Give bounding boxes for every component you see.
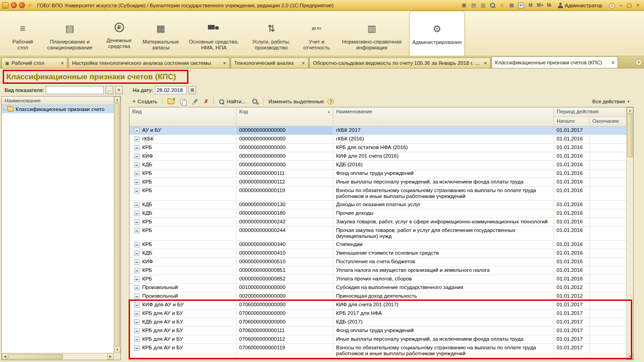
cell-end[interactable]	[590, 318, 626, 326]
favorites-icon[interactable]: ★	[27, 2, 33, 8]
cell-start[interactable]: 01.01.2016	[554, 161, 590, 169]
print-icon[interactable]: ▤	[469, 1, 478, 9]
Закупка товаров, работ, услуг в сфере информационно-коммуникационных технологий[interactable]: КРБ 0000000000000242 Закупка товаров, ра…	[130, 218, 626, 227]
cell-kod[interactable]: 0706000000000112	[236, 335, 333, 343]
ribbon-section-fixed-assets[interactable]: Основные средства, НМА, НПА	[184, 11, 244, 56]
cell-start[interactable]: 01.01.2016	[554, 178, 590, 186]
scroll-thumb[interactable]	[627, 114, 633, 157]
kind-clear-button[interactable]: ×	[115, 86, 123, 94]
cell-start[interactable]: 01.01.2016	[554, 201, 590, 209]
tab-close-icon[interactable]: ×	[484, 60, 487, 66]
cell-vid[interactable]: КРБ	[130, 218, 236, 226]
ribbon-section-planning[interactable]: ▤ Планирование и санкционирование	[39, 11, 101, 56]
cell-start[interactable]: 01.01.2016	[554, 275, 590, 283]
КРБ 2017 для НФА[interactable]: КРБ для АУ и БУ 0706000000000000 КРБ 201…	[130, 309, 626, 318]
cell-kod[interactable]: 0000000000000111	[236, 169, 333, 178]
Прочая закупка товаров, работ и услуг для обеспечения государственных (муниципальных) нужд[interactable]: КРБ 0000000000000244 Прочая закупка това…	[130, 227, 626, 241]
cell-name[interactable]: Фонд оплаты труда учреждений	[333, 327, 554, 335]
cell-vid[interactable]: КИФ для АУ и БУ	[130, 301, 236, 309]
cell-kod[interactable]: 0000000000000244	[236, 227, 333, 240]
cell-kod[interactable]: 0000000000000000	[236, 144, 333, 152]
date-filter-input[interactable]	[155, 86, 187, 94]
Доходы от оказания платных услуг[interactable]: КДБ 0000000000000130 Доходы от оказания …	[130, 201, 626, 209]
scroll-right-icon[interactable]: ▶	[107, 353, 114, 360]
cell-name[interactable]: Стипендии	[333, 241, 554, 249]
cell-vid[interactable]: КРБ	[130, 178, 236, 186]
cell-name[interactable]: гКБК 2017	[333, 126, 554, 135]
cell-kod[interactable]: 0706000000000000	[236, 309, 333, 318]
ribbon-section-inventory[interactable]: ▦ Материальные запасы	[138, 11, 184, 56]
column-header-end[interactable]: Окончание	[590, 117, 626, 126]
Стипендии[interactable]: КРБ 0000000000000340 Стипендии 01.01.201…	[130, 241, 626, 249]
cell-name[interactable]: КРБ для остатков НФА (2016)	[333, 144, 554, 152]
cell-name[interactable]: КИФ для 201 счета (2016)	[333, 152, 554, 160]
гКБК 2017[interactable]: АУ и БУ 0000000000000000 гКБК 2017 01.01…	[130, 126, 626, 135]
tab-close-icon[interactable]: ×	[302, 60, 305, 66]
cell-vid[interactable]: КДБ для АУ и БУ	[130, 318, 236, 326]
cell-start[interactable]: 01.01.2016	[554, 266, 590, 275]
КДБ (2017)[interactable]: КДБ для АУ и БУ 0706000000000000 КДБ (20…	[130, 318, 626, 327]
ribbon-section-money[interactable]: ₽ Денежные средства	[101, 11, 138, 56]
cell-end[interactable]	[590, 218, 626, 226]
ribbon-section-services[interactable]: ⇅ Услуги, работы, производство	[244, 11, 299, 56]
cell-name[interactable]: гКБК (2016)	[333, 135, 554, 143]
cell-name[interactable]: Приносящая доход деятельность	[333, 292, 554, 300]
column-header-period[interactable]: Период действия	[554, 107, 626, 117]
cell-end[interactable]	[590, 161, 626, 169]
cell-end[interactable]	[590, 266, 626, 275]
tree-horizontal-scrollbar[interactable]: ◀ ▶	[2, 353, 114, 360]
cell-kod[interactable]: 0000000000000510	[236, 258, 333, 266]
cell-kod[interactable]: 0706000000000000	[236, 301, 333, 309]
tab-close-icon[interactable]: ×	[612, 60, 615, 65]
cell-start[interactable]: 01.01.2016	[554, 187, 590, 200]
КИФ для счета 201 (2017)[interactable]: КИФ для АУ и БУ 0706000000000000 КИФ для…	[130, 301, 626, 309]
column-header-vid[interactable]: Вид	[130, 107, 236, 126]
calendar-icon[interactable]: 31	[517, 1, 525, 9]
cell-end[interactable]	[590, 301, 626, 309]
cell-end[interactable]	[590, 241, 626, 249]
cell-vid[interactable]: КИФ	[130, 258, 236, 266]
cell-name[interactable]: Взносы по обязательному социальному стра…	[333, 187, 554, 200]
cell-kod[interactable]: 0000000000000180	[236, 209, 333, 217]
cell-kod[interactable]: 0706000000000119	[236, 344, 333, 357]
cell-end[interactable]	[590, 227, 626, 240]
delete-button[interactable]: ✗	[202, 98, 211, 105]
cell-vid[interactable]: Произвольный	[130, 292, 236, 300]
cell-vid[interactable]: гКБК	[130, 135, 236, 143]
cell-start[interactable]: 01.01.2016	[554, 249, 590, 257]
window-menu-button-1[interactable]	[11, 2, 17, 8]
cell-name[interactable]: Прочая закупка товаров, работ и услуг дл…	[333, 227, 554, 240]
cell-name[interactable]: Субсидия на выполнение государственного …	[333, 284, 554, 292]
cell-name[interactable]: Поступление на счета бюджетов	[333, 258, 554, 266]
scroll-thumb[interactable]	[115, 103, 120, 346]
cell-vid[interactable]: КДБ	[130, 209, 236, 217]
cell-start[interactable]: 01.01.2017	[554, 126, 590, 135]
cell-kod[interactable]: 0000000000000119	[236, 187, 333, 200]
cell-start[interactable]: 01.01.2016	[554, 209, 590, 217]
cell-kod[interactable]: 0000000000000000	[236, 161, 333, 169]
Прочие доходы[interactable]: КДБ 0000000000000180 Прочие доходы 01.01…	[130, 209, 626, 218]
ribbon-section-desktop[interactable]: ≡ Рабочий стол	[6, 11, 39, 56]
memory-m-minus-button[interactable]: M-	[545, 1, 554, 9]
Субсидия на выполнение государственного задания[interactable]: Произвольный 0010000000000000 Субсидия н…	[130, 284, 626, 292]
minimize-button[interactable]: –	[617, 2, 625, 9]
cell-start[interactable]: 01.01.2016	[554, 152, 590, 160]
app-menu-icon[interactable]	[2, 2, 9, 9]
cell-vid[interactable]: КРБ	[130, 266, 236, 275]
save-icon[interactable]: ▣	[460, 1, 468, 9]
cell-start[interactable]: 01.01.2016	[554, 241, 590, 249]
tab-osv[interactable]: Оборотно-сальдовая ведомость по счету 10…	[309, 58, 490, 68]
cell-name[interactable]: Закупка товаров, работ, услуг в сфере ин…	[333, 218, 554, 226]
cell-vid[interactable]: КРБ для АУ и БУ	[130, 327, 236, 335]
cell-end[interactable]	[590, 135, 626, 143]
Уплата прочих налогов, сборов[interactable]: КРБ 0000000000000852 Уплата прочих налог…	[130, 275, 626, 284]
гКБК (2016)[interactable]: гКБК 0000000000000000 гКБК (2016) 01.01.…	[130, 135, 626, 144]
cell-start[interactable]: 01.01.2017	[554, 335, 590, 343]
all-actions-button[interactable]: Все действия ▼	[592, 99, 632, 104]
Иные выплаты персоналу учреждений, за исключением фонда оплаты труда[interactable]: КРБ для АУ и БУ 0706000000000112 Иные вы…	[130, 335, 626, 344]
cell-end[interactable]	[590, 209, 626, 217]
tree-expand-icon[interactable]: ○	[3, 107, 5, 111]
cell-kod[interactable]: 0000000000000000	[236, 152, 333, 160]
cell-end[interactable]	[590, 284, 626, 292]
cell-name[interactable]: Иные выплаты персоналу учреждений, за ис…	[333, 178, 554, 186]
